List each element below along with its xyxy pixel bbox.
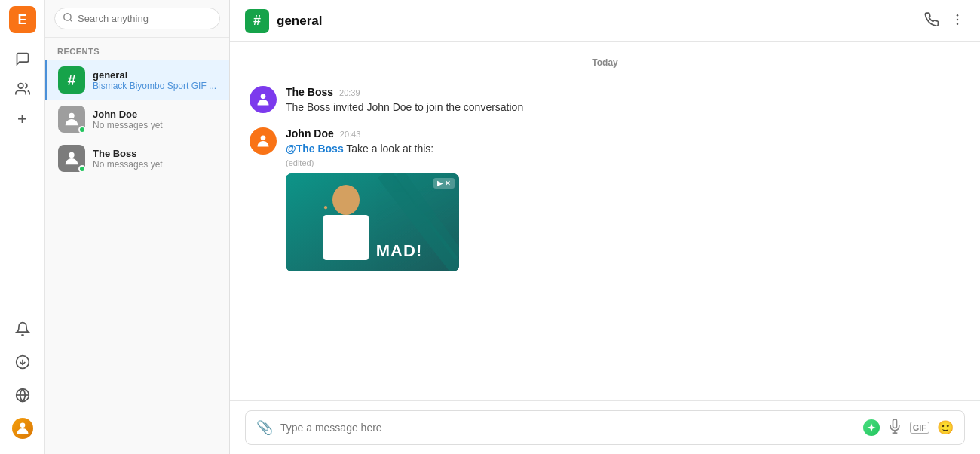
- search-bar: [45, 0, 229, 38]
- sidebar-item-name-john-doe: John Doe: [93, 109, 219, 120]
- attach-icon[interactable]: 📎: [256, 419, 273, 436]
- gif-badge: ▶ ✕: [433, 178, 455, 189]
- more-options-icon[interactable]: [950, 12, 965, 30]
- gif-image: ● YOU MAD! ▶ ✕: [286, 173, 459, 271]
- avatar-msg-johndoe: [250, 127, 277, 155]
- message-input-area: 📎 GIF 🙂: [230, 400, 980, 454]
- svg-point-6: [64, 14, 71, 20]
- svg-point-18: [332, 185, 360, 215]
- msg-time-1: 20:39: [339, 88, 360, 97]
- svg-point-0: [18, 84, 23, 89]
- message-row-2: John Doe 20:43 @The Boss Take a look at …: [245, 124, 965, 275]
- svg-text:●: ●: [323, 203, 328, 211]
- sidebar-item-name-the-boss: The Boss: [93, 148, 219, 159]
- svg-point-13: [261, 94, 266, 100]
- msg-author-johndoe: John Doe: [286, 127, 334, 140]
- svg-line-7: [70, 20, 72, 22]
- app-avatar[interactable]: E: [9, 6, 36, 33]
- svg-point-9: [69, 152, 74, 158]
- svg-point-8: [69, 113, 74, 118]
- sidebar-item-name-general: general: [93, 69, 219, 81]
- msg-time-2: 20:43: [340, 130, 361, 139]
- msg-author-boss: The Boss: [286, 86, 333, 98]
- msg-text-2: @The Boss Take a look at this:: [286, 141, 960, 157]
- svg-point-12: [957, 23, 959, 25]
- sidebar-item-preview-the-boss: No messages yet: [93, 159, 219, 170]
- messages-area: Today The Boss 20:39 The Boss invited Jo…: [230, 42, 980, 400]
- date-divider: Today: [245, 57, 965, 68]
- download-button[interactable]: [9, 348, 36, 376]
- svg-text:YOU MAD!: YOU MAD!: [332, 241, 422, 260]
- search-input-wrap[interactable]: [54, 8, 220, 29]
- chat-header: # general: [230, 0, 980, 42]
- gemini-icon[interactable]: [863, 419, 880, 436]
- phone-icon[interactable]: [924, 12, 939, 30]
- online-indicator-the-boss: [78, 165, 86, 173]
- search-input[interactable]: [78, 13, 212, 24]
- contacts-nav-button[interactable]: [9, 75, 36, 103]
- chat-nav-button[interactable]: [9, 45, 36, 72]
- recents-label: RECENTS: [45, 38, 229, 60]
- search-icon: [63, 12, 73, 25]
- message-input[interactable]: [280, 422, 856, 434]
- svg-point-11: [957, 18, 959, 20]
- icon-bar: E +: [0, 0, 45, 454]
- globe-button[interactable]: [9, 382, 36, 409]
- sidebar-item-general[interactable]: # general Bismack Biyombo Sport GIF ...: [45, 60, 229, 100]
- sidebar-item-the-boss[interactable]: The Boss No messages yet: [45, 139, 229, 178]
- sidebar-item-john-doe[interactable]: John Doe No messages yet: [45, 100, 229, 139]
- mic-icon[interactable]: [887, 419, 902, 437]
- channel-name: general: [277, 14, 322, 29]
- avatar-john-doe: [58, 106, 85, 133]
- input-box: 📎 GIF 🙂: [245, 410, 965, 445]
- date-divider-text: Today: [592, 57, 617, 68]
- sidebar-item-preview-general: Bismack Biyombo Sport GIF ...: [93, 81, 219, 91]
- avatar-the-boss: [58, 145, 85, 172]
- msg-text-1: The Boss invited John Doe to join the co…: [286, 100, 960, 115]
- online-indicator-john-doe: [78, 126, 86, 133]
- main-chat: # general Today: [230, 0, 980, 454]
- message-row-1: The Boss 20:39 The Boss invited John Doe…: [245, 83, 965, 118]
- mention-the-boss: @The Boss: [286, 143, 344, 155]
- svg-point-10: [957, 14, 959, 16]
- add-nav-button[interactable]: +: [9, 106, 36, 133]
- msg-edited-label: (edited): [286, 158, 960, 167]
- channel-avatar-general: #: [58, 66, 85, 94]
- sidebar-item-preview-john-doe: No messages yet: [93, 120, 219, 130]
- gif-button[interactable]: GIF: [910, 422, 929, 434]
- avatar-msg-boss: [250, 86, 277, 113]
- sidebar: RECENTS # general Bismack Biyombo Sport …: [45, 0, 230, 454]
- svg-point-5: [20, 423, 25, 428]
- profile-button[interactable]: [9, 415, 36, 442]
- emoji-input-button[interactable]: 🙂: [937, 419, 954, 436]
- notifications-button[interactable]: [9, 315, 36, 342]
- svg-point-14: [261, 136, 266, 141]
- channel-icon: #: [245, 9, 269, 33]
